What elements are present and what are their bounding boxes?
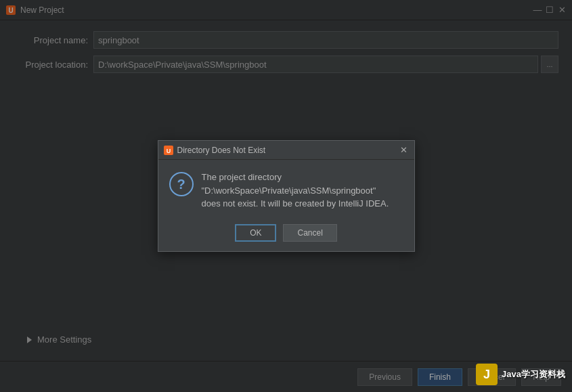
dialog-overlay: U Directory Does Not Exist ✕ ? The proje… (0, 0, 572, 392)
watermark-icon-letter: J (483, 368, 490, 382)
dialog-footer: OK Cancel (158, 219, 414, 251)
dialog-message-line2: "D:\workSpace\Private\java\SSM\springboo… (202, 186, 376, 196)
dialog-title-text: Directory Does Not Exist (177, 146, 395, 155)
svg-text:U: U (166, 148, 171, 154)
dialog-close-button[interactable]: ✕ (399, 146, 409, 155)
watermark: J Java学习资料栈 (476, 364, 565, 385)
directory-not-exist-dialog: U Directory Does Not Exist ✕ ? The proje… (158, 140, 415, 252)
dialog-message-line1: The project directory (202, 172, 282, 182)
watermark-icon: J (476, 364, 498, 385)
dialog-app-icon: U (164, 146, 173, 155)
dialog-question-icon: ? (169, 172, 194, 196)
dialog-body: ? The project directory "D:\workSpace\Pr… (158, 160, 414, 219)
dialog-ok-button[interactable]: OK (235, 224, 276, 242)
dialog-title-bar: U Directory Does Not Exist ✕ (158, 141, 414, 160)
watermark-text: Java学习资料栈 (502, 368, 565, 380)
dialog-message: The project directory "D:\workSpace\Priv… (202, 171, 389, 211)
main-window: U New Project — ☐ ✕ Project name: Projec… (0, 0, 572, 392)
dialog-cancel-button[interactable]: Cancel (283, 224, 336, 242)
dialog-message-line3: does not exist. It will be created by In… (202, 198, 389, 209)
